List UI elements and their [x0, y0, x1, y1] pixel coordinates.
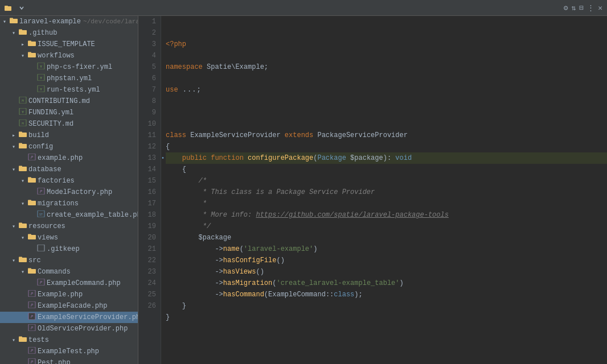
- code-line-12: {: [166, 164, 607, 175]
- sidebar-item-run-tests[interactable]: Yrun-tests.yml: [0, 84, 138, 96]
- token: * This class is a Package Service Provid…: [166, 188, 375, 196]
- line-num-17: 17: [143, 198, 156, 209]
- sidebar-item-create-table[interactable]: STcreate_example_table.php.stub: [0, 209, 138, 221]
- sidebar-item-migrations[interactable]: ▾migrations: [0, 198, 138, 209]
- tree-label-run-tests: run-tests.yml: [47, 86, 100, 94]
- sidebar-item-examplefacade[interactable]: PExampleFacade.php: [0, 300, 138, 312]
- sidebar-item-build[interactable]: ▸build: [0, 130, 138, 141]
- collapse-icon[interactable]: ⊟: [579, 3, 584, 13]
- folder-icon: [27, 176, 36, 185]
- sidebar-item-example-php2[interactable]: PExample.php: [0, 289, 138, 300]
- sidebar-item-example-php[interactable]: Pexample.php: [0, 152, 138, 164]
- code-line-2: [166, 50, 607, 61]
- sidebar-item-pest[interactable]: PPest.php: [0, 357, 138, 364]
- sidebar-item-tests[interactable]: ▾tests: [0, 334, 138, 346]
- filter-icon[interactable]: ⋮: [587, 3, 594, 13]
- svg-rect-35: [28, 200, 31, 202]
- code-line-23: ->hasCommand(ExampleCommand::class);: [166, 289, 607, 300]
- tree-arrow-migrations: ▾: [18, 200, 27, 207]
- sidebar-item-php-cs-fixer[interactable]: Yphp-cs-fixer.yml: [0, 61, 138, 73]
- folder-icon: [18, 131, 27, 140]
- tree-label-database: database: [28, 166, 61, 173]
- sidebar-item-factories[interactable]: ▾factories: [0, 175, 138, 187]
- code-line-19: ->name('laravel-example'): [166, 243, 607, 255]
- svg-rect-1: [5, 6, 8, 7]
- tree-arrow-src: ▾: [9, 257, 18, 264]
- yml-icon: Y: [36, 85, 46, 94]
- line-num-7: 7: [143, 84, 156, 96]
- tree-label-views: views: [38, 234, 58, 242]
- sidebar-item-issue_template[interactable]: ▸ISSUE_TEMPLATE: [0, 39, 138, 50]
- line-num-8: 8: [143, 96, 156, 107]
- sidebar-item-workflows[interactable]: ▾workflows: [0, 50, 138, 61]
- sidebar-item-src[interactable]: ▾src: [0, 255, 138, 266]
- code-line-24: }: [166, 300, 607, 312]
- php-icon: P: [27, 324, 36, 333]
- code-editor[interactable]: 1234567891011121314151617181920212223242…: [138, 16, 607, 364]
- tree-label-example-php: example.php: [38, 154, 83, 162]
- md-icon: M: [18, 97, 27, 106]
- line-num-19: 19: [143, 221, 156, 232]
- yml-icon: Y: [36, 74, 46, 83]
- php-icon: P: [36, 279, 46, 288]
- token: ->: [166, 268, 223, 276]
- sidebar-item-examplecommand[interactable]: PExampleCommand.php: [0, 278, 138, 289]
- sidebar-item-exampleserviceprovider[interactable]: PExampleServiceProvider.php: [0, 312, 138, 323]
- sidebar-item-gitkeep[interactable]: .gitkeep: [0, 243, 138, 255]
- svg-rect-3: [10, 18, 13, 20]
- tree-arrow-resources: ▾: [9, 223, 18, 230]
- tree-arrow-tests: ▾: [9, 337, 18, 344]
- token: 'create_laravel-example_table': [276, 279, 399, 287]
- sidebar-item-contributing[interactable]: MCONTRIBUTING.md: [0, 96, 138, 107]
- sidebar-item-funding[interactable]: YFUNDING.yml: [0, 107, 138, 118]
- token: ->: [166, 257, 223, 264]
- token: (: [264, 291, 268, 299]
- toolbar-icons: ⚙ ⇅ ⊟ ⋮ ✕: [564, 3, 602, 13]
- svg-rect-38: [19, 224, 27, 228]
- sidebar-item-oldserviceprovider[interactable]: POldServiceProvider.php: [0, 323, 138, 334]
- sidebar-item-github[interactable]: ▾.github: [0, 27, 138, 39]
- token: ExampleServiceProvider: [190, 131, 280, 139]
- svg-rect-5: [19, 30, 22, 31]
- title-bar: ⚙ ⇅ ⊟ ⋮ ✕: [0, 0, 607, 16]
- settings-icon[interactable]: ⚙: [564, 3, 568, 13]
- svg-text:M: M: [22, 99, 24, 103]
- folder-icon: [27, 51, 36, 60]
- token: Example: [235, 63, 264, 71]
- line-num-25: 25: [143, 289, 156, 300]
- token: }: [166, 302, 186, 310]
- token: *: [166, 200, 207, 208]
- svg-rect-28: [19, 167, 27, 171]
- token: */: [166, 222, 211, 230]
- svg-text:Y: Y: [22, 110, 24, 114]
- token: PackageServiceProvider: [313, 131, 408, 139]
- line-num-10: 10: [143, 118, 156, 130]
- sidebar-item-resources[interactable]: ▾resources: [0, 221, 138, 232]
- sidebar-item-modelfactory[interactable]: PModelFactory.php: [0, 187, 138, 198]
- sidebar-item-security[interactable]: MSECURITY.md: [0, 118, 138, 130]
- sidebar-item-database[interactable]: ▾database: [0, 164, 138, 175]
- svg-rect-43: [19, 258, 27, 262]
- stub-icon: ST: [36, 210, 46, 220]
- svg-rect-31: [28, 177, 31, 179]
- token: https://github.com/spatie/laravel-packag…: [256, 211, 448, 219]
- line-num-6: 6: [143, 73, 156, 84]
- token: ): [400, 279, 404, 287]
- tree-label-config: config: [28, 143, 53, 151]
- svg-rect-2: [10, 19, 18, 23]
- php-icon: P: [36, 188, 46, 197]
- gutter-icon: •: [161, 153, 166, 164]
- close-icon[interactable]: ✕: [598, 3, 602, 13]
- sidebar-item-commands-dir[interactable]: ▾Commands: [0, 266, 138, 278]
- code-line-16: * More info: https://github.com/spatie/l…: [166, 209, 607, 221]
- sidebar-item-config[interactable]: ▾config: [0, 141, 138, 152]
- svg-rect-24: [19, 144, 27, 148]
- sidebar-item-views[interactable]: ▾views: [0, 232, 138, 243]
- project-label: [5, 5, 24, 11]
- sort-icon[interactable]: ⇅: [572, 3, 576, 13]
- sidebar-item-phpstan[interactable]: Yphpstan.yml: [0, 73, 138, 84]
- sidebar-item-exampletest[interactable]: PExampleTest.php: [0, 346, 138, 357]
- sidebar-item-root[interactable]: ▾laravel-example~/dev/code/laravel-exam.…: [0, 16, 138, 27]
- yml-icon: Y: [36, 63, 46, 72]
- token: hasCommand: [223, 291, 264, 299]
